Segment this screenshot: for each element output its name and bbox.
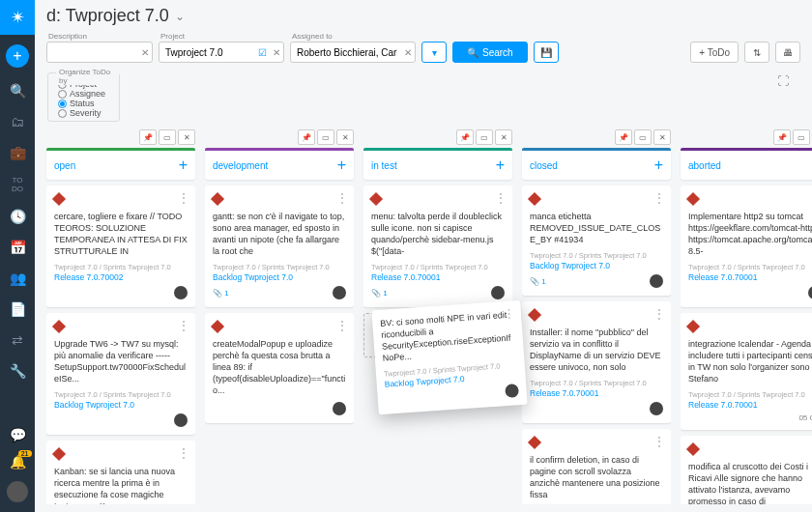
collapse-icon[interactable]: ▭ (159, 129, 176, 145)
kanban-card[interactable]: ⋮createModalPopup e uploadize perchè fa … (205, 313, 354, 423)
collapse-icon[interactable]: ▭ (634, 129, 652, 145)
collapse-icon[interactable]: ▭ (793, 129, 810, 145)
card-menu-icon[interactable]: ⋮ (336, 191, 348, 205)
card-meta: Twproject 7.0 / Sprints Twproject 7.0 (213, 263, 346, 271)
priority-flag-icon (52, 320, 66, 333)
column-title[interactable]: closed (530, 160, 558, 171)
column-title[interactable]: open (54, 160, 75, 171)
user-avatar[interactable] (7, 481, 28, 502)
card-menu-icon[interactable]: ⋮ (495, 191, 507, 205)
pin-icon[interactable]: 📌 (456, 129, 474, 145)
chevron-down-icon[interactable]: ⌄ (175, 10, 185, 23)
card-link[interactable]: Release 7.0.70001 (371, 272, 505, 282)
card-menu-icon[interactable]: ⋮ (178, 446, 189, 460)
clear-icon[interactable]: ✕ (404, 47, 412, 58)
todo-icon[interactable]: TODO (0, 176, 35, 193)
card-link[interactable]: Release 7.0.70001 (688, 272, 812, 282)
add-card-icon[interactable]: + (654, 156, 663, 174)
print-button[interactable]: 🖶 (775, 42, 800, 63)
organize-option-status[interactable]: Status (58, 99, 105, 108)
close-icon[interactable]: ✕ (653, 129, 671, 145)
card-menu-icon[interactable]: ⋮ (653, 435, 665, 448)
add-todo-button[interactable]: + ToDo (690, 42, 739, 63)
column-title[interactable]: in test (371, 160, 397, 171)
people-icon[interactable]: 👥 (0, 270, 35, 286)
add-button[interactable]: + (6, 44, 29, 68)
column-title[interactable]: aborted (688, 160, 721, 171)
card-menu-icon[interactable]: ⋮ (336, 319, 348, 332)
kanban-card[interactable]: ⋮integrazione Icalendar - Agenda include… (681, 313, 812, 430)
share-icon[interactable]: ⇄ (0, 332, 35, 348)
calendar-icon[interactable]: 📅 (0, 240, 35, 255)
kanban-card[interactable]: ⋮Implementare http2 su tomcathttps://gee… (681, 185, 812, 307)
app-logo-icon[interactable]: ✴ (0, 0, 35, 35)
card-menu-icon[interactable]: ⋮ (653, 307, 665, 321)
clock-icon[interactable]: 🕓 (0, 209, 35, 224)
external-link[interactable]: https://geekflare.com/tomcat-http2 (688, 223, 812, 233)
document-icon[interactable]: 📄 (0, 301, 35, 317)
kanban-card[interactable]: ⋮Installer: il nome "pubblico" del servi… (522, 301, 671, 423)
organize-option-assignee[interactable]: Assignee (58, 89, 105, 99)
card-meta: Twproject 7.0 / Sprints Twproject 7.0 (54, 390, 188, 399)
search-button[interactable]: 🔍Search (452, 42, 528, 63)
pin-icon[interactable]: 📌 (773, 129, 791, 145)
card-menu-icon[interactable]: ⋮ (178, 191, 189, 205)
column-title[interactable]: development (213, 160, 268, 171)
collapse-icon[interactable]: ▭ (317, 129, 334, 145)
card-link[interactable]: Release 7.0.70001 (688, 400, 812, 410)
close-icon[interactable]: ✕ (336, 129, 354, 145)
briefcase-icon[interactable]: 💼 (0, 145, 35, 160)
pin-icon[interactable]: 📌 (298, 129, 315, 145)
card-avatar (650, 274, 663, 288)
pin-icon[interactable]: 📌 (615, 129, 632, 145)
app-sidebar: ✴ + 🔍 🗂 💼 TODO 🕓 📅 👥 📄 ⇄ 🔧 💬 🔔21 (0, 0, 35, 512)
card-menu-icon[interactable]: ⋮ (504, 306, 516, 321)
card-menu-icon[interactable]: ⋮ (178, 319, 189, 332)
add-card-icon[interactable]: + (337, 156, 346, 174)
description-input[interactable] (46, 42, 153, 63)
add-card-icon[interactable]: + (179, 156, 188, 174)
tool-icon[interactable]: 🔧 (0, 363, 35, 379)
sort-button[interactable]: ⇅ (744, 42, 769, 63)
column-aborted: 📌▭✕aborted+⋮Implementare http2 su tomcat… (681, 129, 812, 504)
priority-flag-icon (528, 192, 541, 206)
kanban-card[interactable]: ⋮menu: talvolta perde il doubleclick sul… (363, 185, 512, 307)
card-meta: Twproject 7.0 / Sprints Twproject 7.0 (688, 263, 812, 271)
assigned-input[interactable] (290, 42, 416, 63)
notifications-icon[interactable]: 🔔21 (10, 454, 26, 469)
kanban-card[interactable]: ⋮modifica al cruscotto dei Costi i Ricav… (681, 436, 812, 504)
filter-button[interactable]: ▾ (421, 42, 447, 63)
attachment-icon[interactable]: 📎 1 (371, 289, 388, 298)
card-link[interactable]: Release 7.0.70002 (54, 272, 188, 282)
projects-icon[interactable]: 🗂 (0, 114, 35, 129)
kanban-card[interactable]: ⋮Kanban: se si lancia una nuova ricerca … (46, 441, 195, 504)
add-card-icon[interactable]: + (496, 156, 505, 174)
close-icon[interactable]: ✕ (178, 129, 195, 145)
kanban-card[interactable]: ⋮Upgrade TW6 -> TW7 su mysql: più anomal… (46, 313, 195, 435)
card-link[interactable]: Release 7.0.70001 (530, 388, 663, 398)
attachment-icon[interactable]: 📎 1 (530, 277, 546, 286)
kanban-card[interactable]: ⋮gantt: se non c'è il navigate to top, s… (205, 185, 354, 307)
search-icon[interactable]: 🔍 (0, 83, 35, 99)
card-link[interactable]: Backlog Twproject 7.0 (530, 261, 663, 270)
clear-icon[interactable]: ✕ (141, 47, 149, 58)
kanban-card[interactable]: ⋮il confirm deletion, in caso di pagine … (522, 429, 671, 504)
card-link[interactable]: Backlog Twproject 7.0 (213, 272, 346, 282)
clear-icon[interactable]: ✕ (273, 47, 280, 58)
priority-flag-icon (528, 436, 541, 449)
card-menu-icon[interactable]: ⋮ (653, 191, 665, 205)
organize-option-severity[interactable]: Severity (58, 108, 105, 118)
close-icon[interactable]: ✕ (495, 129, 512, 145)
collapse-icon[interactable]: ▭ (476, 129, 493, 145)
card-link[interactable]: Backlog Twproject 7.0 (54, 400, 188, 410)
pin-icon[interactable]: 📌 (139, 129, 157, 145)
dragging-card[interactable]: ⋮ BV: ci sono molti NPE in vari edit ric… (371, 300, 527, 414)
kanban-card[interactable]: ⋮manca etichetta REMOVED_ISSUE_DATE_CLOS… (522, 185, 671, 296)
save-button[interactable]: 💾 (534, 42, 559, 63)
external-link[interactable]: https://tomcat.apache.org/tomcat-8.5- (688, 235, 812, 256)
card-text: gantt: se non c'è il navigate to top, so… (213, 211, 346, 257)
chat-icon[interactable]: 💬 (7, 427, 28, 442)
expand-icon[interactable]: ⛶ (777, 74, 789, 88)
kanban-card[interactable]: ⋮cercare, togliere e fixare // TODO TEOR… (46, 185, 195, 307)
attachment-icon[interactable]: 📎 1 (213, 289, 229, 298)
